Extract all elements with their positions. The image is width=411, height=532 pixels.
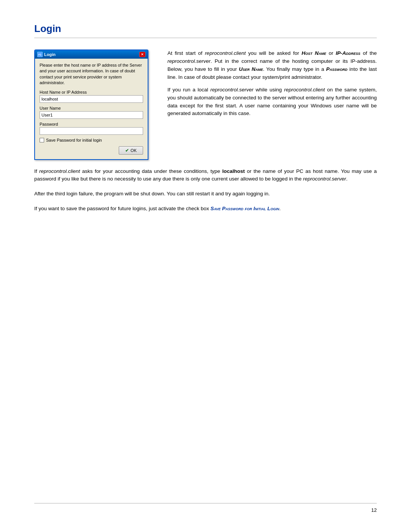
- dialog-body: Please enter the host name or IP address…: [35, 59, 148, 159]
- para3-text4: .: [346, 176, 347, 182]
- para1-client: reprocontrol.client: [205, 50, 245, 56]
- ok-checkmark-icon: ✔: [125, 148, 129, 153]
- ok-button[interactable]: ✔ OK: [119, 146, 143, 155]
- para4-text: After the third login failure, the progr…: [34, 191, 270, 197]
- para2-text1: If you run a local: [167, 87, 210, 93]
- para1-text2: you will be asked for: [246, 50, 302, 56]
- footer-divider: [34, 503, 377, 507]
- para1-text1: At first start of: [167, 50, 205, 56]
- page-number: 12: [34, 507, 377, 513]
- dialog-screenshot: rc Login ✕ Please enter the host name or…: [34, 50, 156, 160]
- para3-text2: asks for your accounting data under thes…: [80, 168, 222, 174]
- para5-text1: If you want to save the password for fut…: [34, 206, 210, 211]
- dialog-close-button[interactable]: ✕: [139, 52, 145, 57]
- para3-localhost: localhost: [222, 168, 245, 174]
- para5-text2: .: [279, 206, 281, 211]
- para1-ipaddr: IP-Address: [336, 50, 360, 56]
- save-password-label: Save Password for initial login: [46, 138, 102, 142]
- titlebar-left: rc Login: [37, 52, 56, 57]
- dialog-icon: rc: [37, 52, 43, 57]
- para3-server: reprocontrol.server: [303, 176, 346, 182]
- page-footer: 12: [0, 503, 411, 513]
- ok-button-label: OK: [131, 148, 137, 153]
- button-row: ✔ OK: [40, 146, 143, 155]
- dialog-description: Please enter the host name or IP address…: [40, 62, 143, 86]
- page-title: Login: [34, 23, 377, 38]
- paragraph-1: At first start of reprocontrol.client yo…: [167, 50, 377, 81]
- host-label: Host Name or IP Address: [40, 90, 143, 94]
- save-password-checkbox[interactable]: [40, 138, 44, 142]
- login-dialog: rc Login ✕ Please enter the host name or…: [34, 50, 148, 160]
- para2-server: reprocontrol.server: [210, 87, 253, 93]
- para3-text1: If: [34, 168, 39, 174]
- main-content-section: rc Login ✕ Please enter the host name or…: [34, 50, 377, 160]
- para1-password: Password: [326, 66, 347, 72]
- para1-username: User Name: [239, 66, 263, 72]
- para1-text6: . You finally may type in a: [263, 66, 326, 72]
- para1-hostname: Host Name: [302, 50, 327, 56]
- paragraph-2: If you run a local reprocontrol.server w…: [167, 86, 377, 118]
- para1-server: reprocontrol.server: [167, 58, 210, 64]
- save-password-row: Save Password for initial login: [40, 138, 143, 142]
- paragraph-3: After the third login failure, the progr…: [34, 190, 377, 198]
- paragraph-4: If you want to save the password for fut…: [34, 205, 377, 213]
- user-input[interactable]: [40, 111, 143, 119]
- para3-client: reprocontrol.client: [39, 168, 80, 174]
- para1-text4: of the: [360, 50, 377, 56]
- dialog-title-text: Login: [44, 52, 56, 57]
- password-label: Password: [40, 122, 143, 126]
- para1-text3: or: [326, 50, 336, 56]
- user-label: User Name: [40, 106, 143, 110]
- password-input[interactable]: [40, 127, 143, 135]
- para2-text2: while using: [253, 87, 284, 93]
- para5-savepw: Save Password for Initial Login: [210, 206, 279, 211]
- dialog-titlebar: rc Login ✕: [35, 50, 148, 59]
- para2-client: reprocontrol.client: [284, 87, 325, 93]
- description-text-column: At first start of reprocontrol.client yo…: [167, 50, 377, 160]
- host-input[interactable]: [40, 95, 143, 103]
- paragraph-continued: If reprocontrol.client asks for your acc…: [34, 168, 377, 184]
